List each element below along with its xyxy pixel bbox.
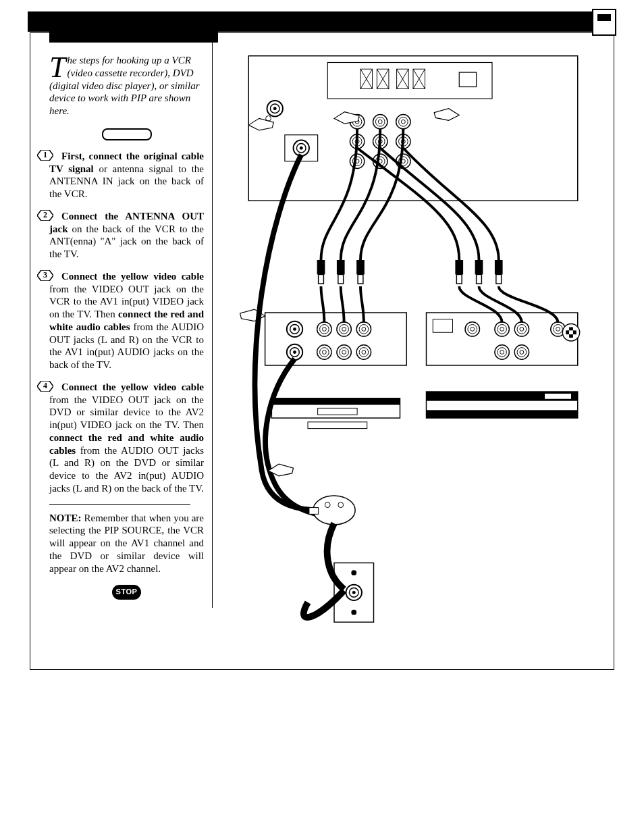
- note-paragraph: NOTE: Remember that when you are selecti…: [49, 512, 204, 575]
- note-label: NOTE:: [49, 513, 82, 523]
- svg-point-47: [338, 502, 344, 508]
- svg-point-51: [351, 610, 356, 615]
- svg-rect-33: [308, 422, 367, 429]
- svg-rect-38: [569, 334, 573, 338]
- svg-rect-31: [271, 398, 400, 405]
- step-3-bold1: Connect the yellow video cable: [61, 271, 204, 282]
- svg-point-46: [325, 502, 330, 508]
- content-row: The steps for hooking up a VCR (video ca…: [30, 33, 614, 642]
- svg-rect-37: [569, 327, 573, 330]
- pill-divider-icon: [102, 128, 152, 140]
- svg-rect-40: [573, 330, 576, 334]
- stop-row: STOP: [49, 585, 204, 600]
- svg-rect-26: [459, 72, 476, 86]
- intro-text: he steps for hooking up a VCR (video cas…: [49, 55, 199, 116]
- svg-rect-39: [566, 330, 569, 334]
- step-3: 3 Connect the yellow video cable from th…: [49, 270, 204, 371]
- svg-rect-32: [318, 408, 358, 415]
- step-2-marker-icon: 2: [37, 210, 53, 221]
- svg-point-36: [562, 324, 579, 341]
- wiring-diagram: [213, 33, 614, 642]
- step-2: 2 Connect the ANTENNA OUT jack on the ba…: [49, 210, 204, 261]
- intro-paragraph: The steps for hooking up a VCR (video ca…: [49, 54, 204, 118]
- svg-point-45: [313, 496, 355, 525]
- stop-icon: STOP: [112, 585, 142, 600]
- intro-dropcap: T: [49, 54, 67, 78]
- svg-rect-29: [265, 313, 407, 365]
- page-corner-icon: [592, 9, 616, 36]
- svg-rect-35: [433, 319, 452, 333]
- step-2-rest: on the back of the VCR to the ANT(enna) …: [49, 224, 204, 260]
- wiring-diagram-svg: [229, 49, 597, 642]
- step-1: 1 First, connect the original cable TV s…: [49, 150, 204, 201]
- svg-rect-44: [545, 394, 571, 399]
- header-blackbar: [28, 11, 616, 32]
- column-header-blackbar: [49, 32, 218, 43]
- svg-point-50: [351, 570, 356, 575]
- step-4: 4 Connect the yellow video cable from th…: [49, 381, 204, 495]
- step-4-rest1: from the VIDEO OUT jack on the DVD or si…: [49, 394, 204, 431]
- page-frame: The steps for hooking up a VCR (video ca…: [30, 32, 614, 670]
- svg-rect-48: [309, 508, 319, 515]
- svg-rect-43: [427, 410, 578, 418]
- step-4-marker-icon: 4: [37, 381, 53, 392]
- step-3-marker-icon: 3: [37, 270, 53, 281]
- separator-line: [49, 504, 190, 505]
- step-1-marker-icon: 1: [37, 150, 53, 161]
- instruction-column: The steps for hooking up a VCR (video ca…: [30, 33, 213, 608]
- step-4-bold1: Connect the yellow video cable: [61, 382, 204, 392]
